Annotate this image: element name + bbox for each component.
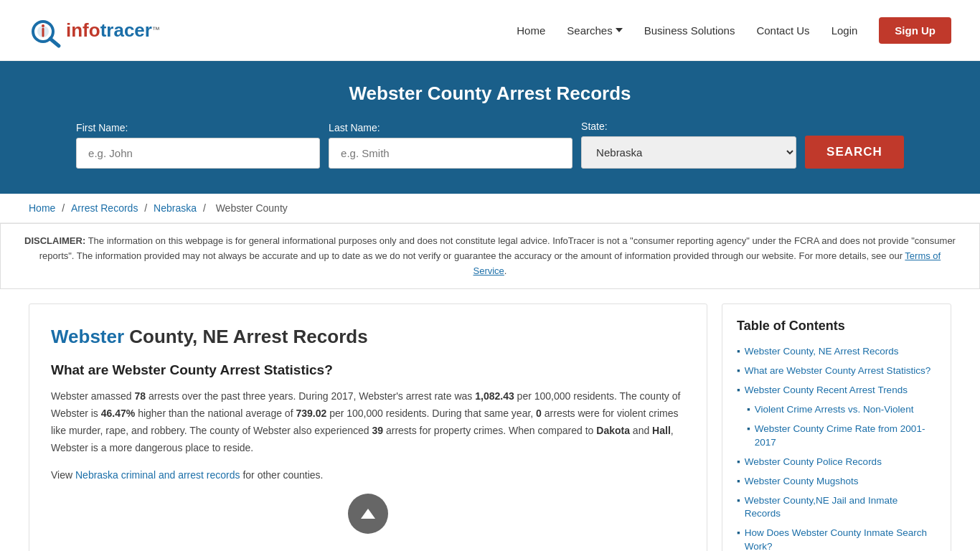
para1-higher: higher than the national average of: [135, 408, 296, 419]
toc-item-6: Webster County Mugshots: [737, 475, 936, 489]
para1-percent: 46.47%: [101, 408, 135, 419]
article-heading-rest: County, NE Arrest Records: [124, 326, 368, 347]
toc-link-2[interactable]: Webster County Recent Arrest Trends: [745, 384, 908, 397]
breadcrumb-sep3: /: [203, 202, 209, 214]
chevron-down-icon: [616, 28, 623, 32]
nav-searches[interactable]: Searches: [567, 24, 622, 37]
disclaimer-bar: DISCLAIMER: The information on this webp…: [0, 223, 980, 289]
last-name-label: Last Name:: [329, 122, 573, 133]
svg-line-2: [50, 39, 59, 46]
toc-item-4: Webster County Crime Rate from 2001-2017: [737, 423, 936, 450]
disclaimer-label: DISCLAIMER:: [24, 235, 85, 246]
site-header: infotracer™ Home Searches Business Solut…: [0, 0, 980, 61]
para1-pre: Webster amassed: [51, 390, 134, 402]
para1-per2: per 100,000 residents. During that same …: [326, 408, 536, 419]
article-view-link-para: View Nebraska criminal and arrest record…: [51, 467, 685, 484]
article-heading: Webster County, NE Arrest Records: [51, 326, 685, 348]
first-name-label: First Name:: [76, 122, 320, 133]
breadcrumb-home[interactable]: Home: [29, 202, 55, 214]
scroll-up-arrow-icon: [361, 509, 375, 519]
toc-link-5[interactable]: Webster County Police Records: [745, 456, 882, 469]
toc-link-4[interactable]: Webster County Crime Rate from 2001-2017: [755, 423, 936, 450]
view-end: for other counties.: [240, 469, 324, 481]
svg-point-3: [42, 24, 44, 27]
toc-link-1[interactable]: What are Webster County Arrest Statistic…: [745, 364, 930, 378]
toc-link-8[interactable]: How Does Webster County Inmate Search Wo…: [745, 527, 936, 551]
toc-list: Webster County, NE Arrest RecordsWhat ar…: [737, 345, 936, 551]
scroll-to-top-button[interactable]: [348, 494, 388, 534]
nav-searches-link[interactable]: Searches: [567, 24, 612, 37]
disclaimer-text: The information on this webpage is for g…: [39, 235, 956, 261]
table-of-contents: Table of Contents Webster County, NE Arr…: [722, 303, 951, 551]
state-label: State:: [581, 121, 796, 132]
search-form: First Name: Last Name: State: Nebraska A…: [95, 121, 885, 169]
toc-link-3[interactable]: Violent Crime Arrests vs. Non-Violent: [755, 403, 914, 417]
first-name-input[interactable]: [76, 138, 320, 169]
nav-business-solutions[interactable]: Business Solutions: [644, 24, 735, 37]
logo-icon: [29, 11, 66, 49]
toc-item-1: What are Webster County Arrest Statistic…: [737, 364, 936, 378]
disclaimer-period: .: [504, 265, 507, 276]
main-nav: Home Searches Business Solutions Contact…: [517, 17, 951, 44]
logo-tracer-text: tracer: [100, 19, 152, 41]
para1-county1: Dakota: [596, 425, 630, 436]
toc-link-6[interactable]: Webster County Mugshots: [745, 475, 859, 489]
breadcrumb-sep2: /: [144, 202, 150, 214]
signup-button[interactable]: Sign Up: [879, 17, 951, 44]
state-select[interactable]: Nebraska Alabama Alaska Arizona Arkansas…: [581, 136, 796, 169]
para1-property: 39: [372, 425, 383, 436]
login-button[interactable]: Login: [831, 24, 858, 37]
view-text: View: [51, 469, 75, 481]
toc-item-5: Webster County Police Records: [737, 456, 936, 469]
main-content: Webster County, NE Arrest Records What a…: [0, 303, 980, 551]
hero-title: Webster County Arrest Records: [29, 83, 951, 105]
hero-section: Webster County Arrest Records First Name…: [0, 61, 980, 194]
toc-link-7[interactable]: Webster County,NE Jail and Inmate Record…: [745, 494, 936, 522]
toc-item-3: Violent Crime Arrests vs. Non-Violent: [737, 403, 936, 417]
toc-heading: Table of Contents: [737, 319, 936, 334]
article: Webster County, NE Arrest Records What a…: [29, 303, 707, 551]
search-button[interactable]: SEARCH: [805, 136, 904, 169]
nav-home[interactable]: Home: [517, 24, 545, 37]
toc-item-0: Webster County, NE Arrest Records: [737, 345, 936, 359]
state-group: State: Nebraska Alabama Alaska Arizona A…: [581, 121, 796, 169]
article-heading-blue: Webster: [51, 326, 124, 347]
last-name-group: Last Name:: [329, 122, 573, 169]
para1-national: 739.02: [296, 408, 326, 419]
para1-property-text: arrests for property crimes. When compar…: [383, 425, 596, 436]
article-paragraph1: Webster amassed 78 arrests over the past…: [51, 388, 685, 456]
breadcrumb-arrest-records[interactable]: Arrest Records: [71, 202, 138, 214]
first-name-group: First Name:: [76, 122, 320, 169]
logo[interactable]: infotracer™: [29, 11, 160, 49]
logo-info-text: info: [66, 19, 100, 41]
para1-mid: arrests over the past three years. Durin…: [146, 390, 475, 402]
nebraska-records-link[interactable]: Nebraska criminal and arrest records: [75, 469, 240, 481]
breadcrumb-nebraska[interactable]: Nebraska: [154, 202, 197, 214]
scroll-top-container: [51, 494, 685, 537]
para1-arrests: 78: [134, 390, 146, 402]
toc-link-0[interactable]: Webster County, NE Arrest Records: [745, 345, 899, 359]
para1-county2: Hall: [652, 425, 671, 436]
para1-rate: 1,082.43: [475, 390, 514, 402]
toc-item-2: Webster County Recent Arrest Trends: [737, 384, 936, 397]
last-name-input[interactable]: [329, 138, 573, 169]
para1-and: and: [630, 425, 652, 436]
article-section1-heading: What are Webster County Arrest Statistic…: [51, 362, 685, 378]
breadcrumb-current: Webster County: [216, 202, 288, 214]
nav-contact-us[interactable]: Contact Us: [756, 24, 809, 37]
breadcrumb-sep1: /: [62, 202, 67, 214]
breadcrumb: Home / Arrest Records / Nebraska / Webst…: [0, 194, 980, 223]
para1-violent: 0: [536, 408, 542, 419]
toc-item-8: How Does Webster County Inmate Search Wo…: [737, 527, 936, 551]
toc-item-7: Webster County,NE Jail and Inmate Record…: [737, 494, 936, 522]
logo-tm: ™: [152, 25, 160, 34]
